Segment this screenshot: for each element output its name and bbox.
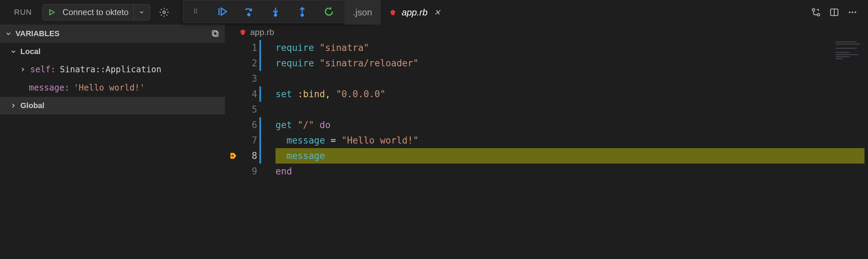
tab-json-partial[interactable]: .json xyxy=(344,0,381,25)
chevron-right-icon xyxy=(10,102,17,109)
svg-point-16 xyxy=(855,12,856,13)
continue-button[interactable] xyxy=(215,4,229,19)
line-number: 8 xyxy=(236,148,257,164)
tab-app-rb[interactable]: app.rb ✕ xyxy=(381,0,450,25)
svg-point-1 xyxy=(163,11,165,14)
svg-point-10 xyxy=(812,9,815,11)
svg-point-11 xyxy=(817,14,820,16)
line-number: 2 xyxy=(236,55,257,71)
svg-rect-22 xyxy=(836,48,857,49)
modified-indicator xyxy=(259,133,261,148)
chevron-right-icon xyxy=(20,66,26,73)
chevron-down-icon xyxy=(5,30,12,37)
svg-point-14 xyxy=(849,12,851,13)
code-line[interactable]: get "/" do xyxy=(276,117,864,133)
svg-point-19 xyxy=(231,154,234,157)
svg-rect-18 xyxy=(212,31,217,35)
var-name: message: xyxy=(29,83,70,93)
modified-indicator xyxy=(259,40,261,55)
variable-self[interactable]: self: Sinatra::Application xyxy=(0,60,225,79)
launch-config-dropdown[interactable] xyxy=(134,5,150,20)
line-gutter: 123456789 xyxy=(225,40,264,259)
line-number: 3 xyxy=(236,71,257,86)
line-number: 4 xyxy=(236,86,257,102)
breadcrumb[interactable]: app.rb xyxy=(225,25,868,40)
svg-rect-26 xyxy=(836,58,843,59)
svg-marker-0 xyxy=(50,10,54,15)
current-execution-icon xyxy=(229,152,238,160)
ruby-file-icon xyxy=(239,28,247,36)
svg-point-8 xyxy=(301,14,303,16)
var-value: Sinatra::Application xyxy=(60,65,161,74)
chevron-down-icon xyxy=(10,48,17,55)
tab-label: .json xyxy=(353,7,372,18)
svg-rect-24 xyxy=(836,54,859,55)
variable-message[interactable]: message: 'Hello world!' xyxy=(0,79,225,97)
svg-point-4 xyxy=(248,14,250,16)
svg-marker-3 xyxy=(221,8,227,15)
step-into-button[interactable] xyxy=(268,4,283,19)
svg-rect-25 xyxy=(836,56,850,57)
svg-rect-17 xyxy=(214,32,218,36)
code-body[interactable]: 123456789 require "sinatra"require "sina… xyxy=(225,40,868,259)
line-number: 7 xyxy=(236,133,257,148)
line-number: 5 xyxy=(236,102,257,117)
sidebar-title-run: RUN xyxy=(0,8,43,17)
editor: app.rb 123456789 require "sinatra"requir… xyxy=(225,25,868,259)
code-line[interactable]: message = "Hello world!" xyxy=(276,133,864,148)
editor-actions xyxy=(811,7,868,17)
scope-label: Local xyxy=(20,47,40,56)
configure-gear-icon[interactable] xyxy=(156,7,172,17)
code-line[interactable]: end xyxy=(276,164,864,179)
code-line[interactable]: set :bind, "0.0.0.0" xyxy=(276,86,864,102)
code-line[interactable]: message xyxy=(276,148,864,164)
collapse-all-icon[interactable] xyxy=(211,29,220,38)
ruby-file-icon xyxy=(389,9,397,16)
line-number: 9 xyxy=(236,164,257,179)
split-editor-icon[interactable] xyxy=(829,7,839,17)
var-name: self: xyxy=(30,65,56,74)
step-out-button[interactable] xyxy=(295,4,310,19)
modified-indicator xyxy=(259,148,261,164)
svg-point-6 xyxy=(274,14,277,16)
start-debug-icon[interactable] xyxy=(43,8,60,16)
svg-rect-20 xyxy=(836,41,857,42)
compare-changes-icon[interactable] xyxy=(811,7,821,17)
drag-handle-icon[interactable]: ⠿ xyxy=(188,4,203,19)
scope-global[interactable]: Global xyxy=(0,97,225,114)
scope-local[interactable]: Local xyxy=(0,43,225,60)
minimap[interactable] xyxy=(836,41,864,62)
code-line[interactable] xyxy=(276,102,864,117)
line-number: 6 xyxy=(236,117,257,133)
svg-rect-21 xyxy=(836,44,860,45)
variables-section-header[interactable]: VARIABLES xyxy=(0,25,225,43)
scope-label: Global xyxy=(20,101,44,110)
svg-point-15 xyxy=(852,12,854,13)
launch-config-name: Connect to okteto xyxy=(60,7,134,17)
body: VARIABLES Local self: Sinatra::Applicati… xyxy=(0,25,868,259)
restart-button[interactable] xyxy=(322,4,336,19)
close-tab-button[interactable]: ✕ xyxy=(433,8,442,17)
modified-indicator xyxy=(259,117,261,133)
top-bar: RUN Connect to okteto ⠿ xyxy=(0,0,868,25)
modified-indicator xyxy=(259,86,261,102)
more-actions-icon[interactable] xyxy=(848,7,857,17)
line-number: 1 xyxy=(236,40,257,55)
code-line[interactable] xyxy=(276,71,864,86)
launch-config-selector[interactable]: Connect to okteto xyxy=(43,4,150,20)
code-line[interactable]: require "sinatra" xyxy=(276,40,864,55)
variables-title: VARIABLES xyxy=(15,29,60,38)
breadcrumb-file: app.rb xyxy=(250,27,274,37)
debug-sidebar: VARIABLES Local self: Sinatra::Applicati… xyxy=(0,25,225,259)
svg-rect-23 xyxy=(836,52,850,53)
code-content[interactable]: require "sinatra"require "sinatra/reload… xyxy=(264,40,868,259)
editor-tabs: .json app.rb ✕ xyxy=(344,0,868,25)
debug-toolbar: ⠿ xyxy=(183,0,368,23)
code-line[interactable]: require "sinatra/reloader" xyxy=(276,55,864,71)
step-over-button[interactable] xyxy=(241,4,256,19)
var-value: 'Hello world!' xyxy=(74,83,145,93)
modified-indicator xyxy=(259,55,261,71)
tab-label: app.rb xyxy=(402,7,428,18)
